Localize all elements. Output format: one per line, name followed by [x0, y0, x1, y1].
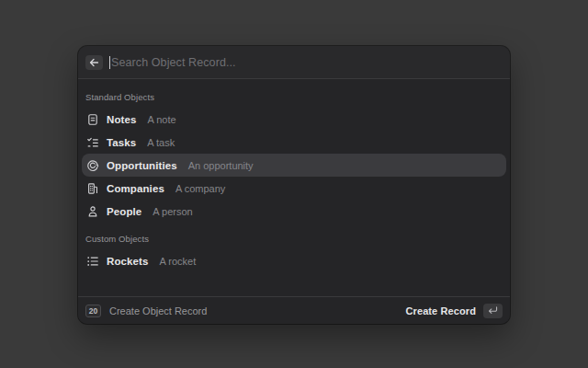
text-cursor	[109, 56, 110, 69]
return-key-icon[interactable]	[483, 304, 503, 318]
object-row-description: A rocket	[159, 256, 196, 267]
object-row-companies[interactable]: Companies A company	[82, 177, 506, 200]
tasks-checklist-icon	[85, 135, 99, 149]
object-row-label: Rockets	[107, 256, 148, 267]
object-row-label: People	[107, 206, 141, 217]
object-row-people[interactable]: People A person	[82, 200, 506, 223]
create-record-button[interactable]: Create Record	[406, 305, 477, 316]
modal-header: Search Object Record...	[78, 46, 510, 79]
object-row-opportunities[interactable]: Opportunities An opportunity	[82, 154, 506, 177]
object-row-description: A person	[153, 206, 192, 217]
object-row-rockets[interactable]: Rockets A rocket	[82, 249, 506, 272]
search-input[interactable]: Search Object Record...	[109, 56, 503, 69]
object-row-label: Tasks	[107, 137, 136, 148]
note-icon	[85, 112, 99, 126]
search-object-record-modal: Search Object Record... Standard Objects…	[78, 46, 510, 324]
back-button[interactable]	[85, 55, 103, 70]
list-icon	[85, 254, 99, 268]
person-icon	[85, 204, 99, 218]
object-row-label: Companies	[107, 183, 164, 194]
companies-building-icon	[85, 181, 99, 195]
modal-footer: 20 Create Object Record Create Record	[78, 296, 510, 324]
object-row-notes[interactable]: Notes A note	[82, 108, 506, 131]
object-row-description: A company	[175, 183, 225, 194]
object-row-description: A note	[147, 114, 175, 125]
object-row-label: Opportunities	[107, 160, 177, 171]
object-list: Standard Objects Notes A note Tasks A ta…	[78, 79, 510, 296]
shortcut-badge: 20	[85, 305, 101, 317]
object-row-tasks[interactable]: Tasks A task	[82, 131, 506, 154]
object-row-description: An opportunity	[188, 160, 254, 171]
arrow-left-icon	[89, 58, 99, 67]
section-header-custom-objects: Custom Objects	[82, 223, 506, 249]
search-placeholder: Search Object Record...	[111, 56, 236, 69]
object-row-label: Notes	[107, 114, 136, 125]
section-header-standard-objects: Standard Objects	[82, 85, 506, 108]
opportunities-target-icon	[85, 158, 99, 172]
footer-action-label: Create Object Record	[109, 305, 207, 316]
object-row-description: A task	[147, 137, 175, 148]
